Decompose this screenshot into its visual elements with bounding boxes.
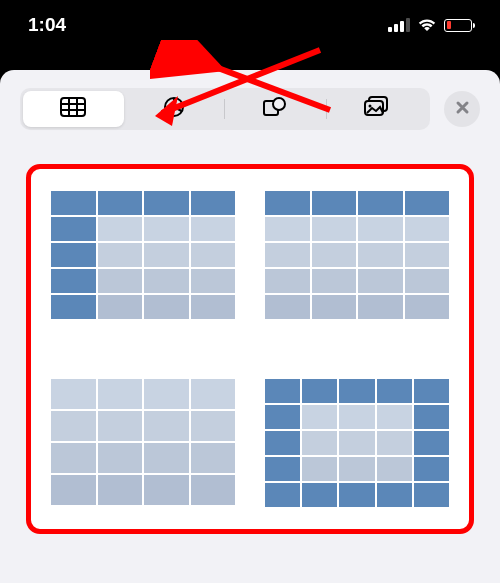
status-bar: 1:04 <box>0 0 500 50</box>
table-template-full-border[interactable] <box>265 379 449 507</box>
tab-charts[interactable] <box>124 91 225 127</box>
table-template-header-row[interactable] <box>265 191 449 319</box>
status-time: 1:04 <box>28 14 66 36</box>
table-templates-grid <box>26 164 474 534</box>
shapes-icon <box>263 96 287 122</box>
table-template-header-row-col[interactable] <box>51 191 235 319</box>
close-icon <box>455 100 470 119</box>
category-tabs <box>20 88 430 130</box>
battery-low-icon <box>444 19 472 32</box>
tab-media[interactable] <box>327 91 428 127</box>
table-icon <box>60 97 86 121</box>
table-template-plain[interactable] <box>51 379 235 507</box>
cellular-signal-icon <box>388 18 410 32</box>
status-indicators <box>388 18 472 32</box>
svg-rect-0 <box>61 98 85 116</box>
toolbar <box>0 70 500 146</box>
insert-sheet <box>0 70 500 583</box>
media-icon <box>364 96 390 122</box>
close-button[interactable] <box>444 91 480 127</box>
tab-shapes[interactable] <box>225 91 326 127</box>
svg-point-10 <box>368 105 371 108</box>
svg-point-7 <box>273 98 285 110</box>
pie-chart-icon <box>163 96 185 122</box>
wifi-icon <box>417 18 437 32</box>
tab-tables[interactable] <box>23 91 124 127</box>
